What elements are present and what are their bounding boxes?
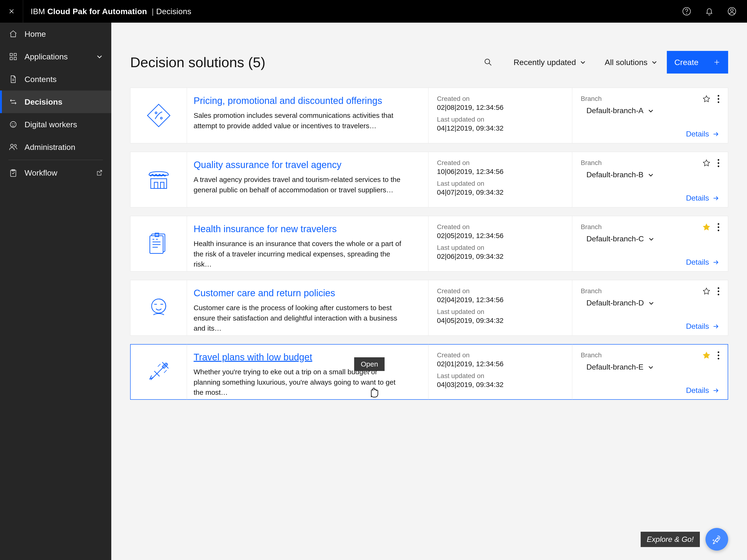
solution-title[interactable]: Customer care and return policies [194,288,417,298]
solution-title[interactable]: Pricing, promotional and discounted offe… [194,96,417,106]
nav-decisions[interactable]: Decisions [0,90,111,113]
page-header: Decision solutions (5) Recently updated … [130,51,728,74]
nav-administration[interactable]: Administration [0,136,111,158]
svg-point-8 [10,122,16,128]
create-label: Create [674,58,698,67]
created-value: 02|05|2019, 12:34:56 [437,232,564,240]
branch-dropdown[interactable]: Default-branch-C [581,231,719,243]
chevron-down-icon [651,59,658,65]
solution-title[interactable]: Health insurance for new travelers [194,224,417,234]
branch-dropdown[interactable]: Default-branch-B [581,167,719,179]
overflow-menu[interactable] [718,351,719,359]
solution-icon [130,88,187,143]
notifications-button[interactable] [698,0,721,23]
created-label: Created on [437,95,564,103]
workflow-icon [8,168,18,177]
topbar: IBM Cloud Pak for Automation |Decisions [0,0,747,23]
branch-label: Branch [581,351,702,359]
solution-icon [130,280,187,336]
create-button[interactable]: Create [667,51,728,74]
solution-title[interactable]: Quality assurance for travel agency [194,160,417,170]
favorite-toggle[interactable] [702,287,711,295]
nav-applications[interactable]: Applications [0,45,111,68]
solution-description: Sales promotion includes several communi… [194,110,406,131]
favorite-toggle[interactable] [702,95,711,103]
svg-point-36 [718,351,719,353]
decisions-icon [8,98,18,106]
created-value: 10|06|2019, 12:34:56 [437,167,564,176]
branch-value: Default-branch-A [587,106,643,115]
created-label: Created on [437,351,564,359]
bell-icon [704,7,714,16]
robot-icon [8,120,18,129]
svg-rect-15 [147,104,170,127]
updated-value: 02|06|2019, 09:34:32 [437,252,564,261]
branch-label: Branch [581,223,702,231]
overflow-menu[interactable] [718,223,719,231]
nav-digital-workers[interactable]: Digital workers [0,113,111,136]
main: Decision solutions (5) Recently updated … [111,23,747,560]
branch-label: Branch [581,95,702,103]
svg-point-35 [718,294,719,295]
nav-label: Workflow [25,168,57,178]
svg-rect-22 [154,182,158,188]
user-button[interactable] [721,0,743,23]
nav-home[interactable]: Home [0,23,111,45]
launch-icon [96,169,103,176]
branch-value: Default-branch-E [587,363,643,371]
chevron-down-icon [580,59,586,65]
details-link[interactable]: Details [686,322,719,331]
branch-dropdown[interactable]: Default-branch-D [581,295,719,307]
svg-rect-6 [10,57,12,60]
details-link[interactable]: Details [686,386,719,395]
svg-rect-7 [14,57,16,60]
overflow-menu[interactable] [718,95,719,103]
rocket-icon [712,534,722,544]
overflow-menu[interactable] [718,287,719,295]
svg-point-39 [717,538,719,539]
details-link[interactable]: Details [686,258,719,267]
sort-dropdown[interactable]: Recently updated [509,51,591,74]
solution-card: Customer care and return policiesCustome… [130,280,728,336]
search-button[interactable] [477,51,499,74]
apps-icon [8,52,18,61]
svg-point-9 [12,124,12,124]
created-label: Created on [437,223,564,231]
branch-dropdown[interactable]: Default-branch-E [581,359,719,371]
nav-workflow[interactable]: Workflow [0,161,111,184]
svg-point-18 [718,95,719,97]
svg-point-24 [718,159,719,161]
svg-point-1 [686,13,687,14]
solution-card: Health insurance for new travelersHealth… [130,216,728,271]
filter-label: All solutions [605,58,647,67]
document-icon [8,75,18,83]
nav-label: Digital workers [25,120,77,129]
help-button[interactable] [675,0,698,23]
overflow-menu[interactable] [718,159,719,167]
svg-point-33 [718,287,719,289]
details-link[interactable]: Details [686,194,719,203]
favorite-toggle[interactable] [702,159,711,167]
branch-dropdown[interactable]: Default-branch-A [581,103,719,115]
filter-dropdown[interactable]: All solutions [600,51,662,74]
svg-point-34 [718,291,719,292]
favorite-toggle[interactable] [702,351,711,359]
solution-description: Customer care is the process of looking … [194,303,406,334]
close-button[interactable] [0,0,23,23]
branch-value: Default-branch-B [587,170,643,179]
svg-point-38 [718,358,719,359]
solution-icon [130,152,187,207]
nav-contents[interactable]: Contents [0,68,111,90]
home-icon [8,30,18,38]
explore-bar: Explore & Go! [641,528,728,551]
created-label: Created on [437,159,564,167]
branch-label: Branch [581,159,702,167]
favorite-toggle[interactable] [702,223,711,231]
explore-button[interactable] [705,528,728,551]
svg-rect-23 [160,182,164,188]
nav-label: Applications [25,52,68,61]
svg-point-12 [15,144,17,146]
svg-point-14 [485,59,490,64]
details-link[interactable]: Details [686,130,719,138]
help-icon [682,7,691,16]
